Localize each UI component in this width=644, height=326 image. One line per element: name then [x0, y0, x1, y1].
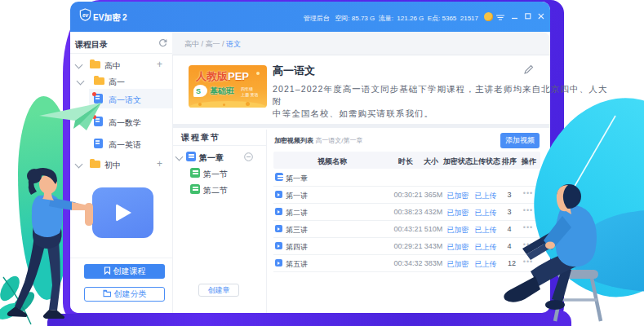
svg-text:ev: ev [82, 12, 89, 18]
